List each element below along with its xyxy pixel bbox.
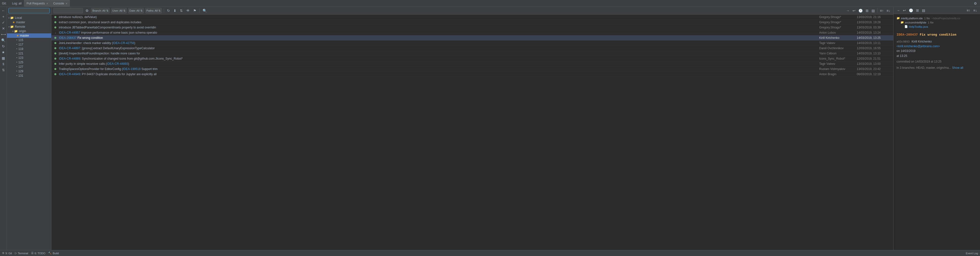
- tab-console[interactable]: Console ✕: [51, 0, 70, 7]
- branch-icon[interactable]: ⇅: [179, 8, 184, 13]
- log-author-10: Rustam Vishnyakov: [817, 67, 857, 71]
- sidebar-item-origin-master[interactable]: ★ master: [7, 34, 51, 38]
- fetch-icon[interactable]: ⬇: [172, 8, 177, 13]
- status-build[interactable]: 🔨 Build: [48, 251, 59, 255]
- status-event-log[interactable]: Event Log: [966, 252, 978, 255]
- detail-clock-icon[interactable]: 🕐: [908, 8, 914, 13]
- star-icon[interactable]: ★: [1, 50, 6, 55]
- sidebar-item-121[interactable]: • 121: [7, 51, 51, 56]
- detail-commit-id-link[interactable]: IDEA-208437: [897, 33, 918, 36]
- delete-icon[interactable]: ✕: [1, 26, 6, 31]
- status-todo[interactable]: ☰ 6: TODO: [31, 251, 45, 255]
- sidebar-item-local[interactable]: ▾ 📁 Local: [7, 16, 51, 20]
- add-icon[interactable]: +: [2, 14, 5, 19]
- undo-icon[interactable]: ↩: [851, 8, 856, 13]
- log-row-2[interactable]: introduce JBTabbedPane#tabComponentInset…: [51, 25, 893, 30]
- commit-link-44889[interactable]: IDEA-CR-44889: [59, 57, 80, 60]
- tag-icon[interactable]: ⚑: [192, 8, 197, 13]
- refresh-icon[interactable]: ↻: [1, 43, 6, 49]
- sidebar-item-origin[interactable]: ▾ 📁 origin: [7, 29, 51, 34]
- detail-network-icon[interactable]: ⊞: [915, 8, 920, 13]
- commit-link-199518[interactable]: IDEA-199518: [123, 67, 140, 71]
- log-message-7: [devkit] InspectionNotFoundInspection: h…: [59, 52, 817, 55]
- check-icon[interactable]: ✓: [1, 20, 6, 25]
- sidebar-tree: ▾ 📁 Local ★ master ▾ 📁 Remote ▾: [7, 14, 51, 250]
- log-search-input[interactable]: [53, 8, 83, 13]
- tab-log-all[interactable]: Log: all: [10, 0, 24, 7]
- detail-branches: In 3 branches: HEAD, master, origin/ma..…: [897, 66, 977, 69]
- detail-file-item[interactable]: 📄 HelpTooltip.java: [897, 24, 977, 29]
- log-row-3[interactable]: ↓ IDEA-CR-44957 improve performance of s…: [51, 30, 893, 35]
- close-console-tab[interactable]: ✕: [65, 2, 67, 5]
- log-row-1[interactable]: extract common json, structural search a…: [51, 20, 893, 25]
- paths-filter[interactable]: Paths: All ⇅: [145, 8, 162, 13]
- commit-link-44957[interactable]: IDEA-CR-44957: [59, 31, 80, 34]
- sidebar-item-115[interactable]: • 115: [7, 38, 51, 42]
- log-row-10[interactable]: TrailingSpacesOptionsProvider for Editor…: [51, 67, 893, 72]
- sidebar-item-remote[interactable]: ▾ 📁 Remote: [7, 24, 51, 29]
- log-row-8[interactable]: IDEA-CR-44889: Synchronization of change…: [51, 56, 893, 61]
- sidebar-item-117[interactable]: • 117: [7, 42, 51, 47]
- status-git[interactable]: ⑨ 9: Git: [2, 251, 12, 255]
- log-row-11[interactable]: IDEA-CR-44949: PY-34437 Duplicate shortc…: [51, 72, 893, 77]
- back-icon[interactable]: ←: [1, 8, 6, 13]
- tab-pull-requests[interactable]: Pull Requests ✕: [24, 0, 51, 7]
- sort-down-icon[interactable]: ⇅: [1, 67, 6, 73]
- log-row-0[interactable]: introduce nullize(s, defValue) Gregory.S…: [51, 14, 893, 20]
- graph-icon[interactable]: ▤: [870, 8, 876, 13]
- eye-icon[interactable]: 👁: [185, 8, 191, 13]
- sidebar-item-125[interactable]: • 125: [7, 60, 51, 64]
- log-date-7: 14/03/2019, 13:10: [857, 52, 891, 55]
- log-row-6[interactable]: IDEA-CR-44897: [groovy] extract DefaultU…: [51, 46, 893, 51]
- detail-arrow-right-icon[interactable]: →: [896, 8, 901, 13]
- log-date-1: 13/03/2019, 19:28: [857, 21, 891, 24]
- commit-link-44893[interactable]: IDEA-CR-44893: [107, 62, 128, 66]
- status-terminal[interactable]: ▷ Terminal: [15, 251, 28, 255]
- detail-graph-icon[interactable]: ▤: [921, 8, 926, 13]
- sort-up-icon[interactable]: ⥮: [1, 61, 6, 67]
- group-icon[interactable]: ▦: [1, 55, 6, 61]
- sidebar: ▾ 📁 Local ★ master ▾ 📁 Remote ▾: [7, 7, 51, 250]
- detail-panel: → ↩ 🕐 ⊞ ▤ ≡↑ ≡↓ 📁 intellij.platform.ide …: [894, 7, 980, 250]
- log-row-7[interactable]: [devkit] InspectionNotFoundInspection: h…: [51, 51, 893, 56]
- commit-link-44949[interactable]: IDEA-CR-44949: [59, 72, 80, 76]
- sidebar-search-input[interactable]: [8, 8, 50, 13]
- log-row-5[interactable]: JoinLinesHandler: check marker validity …: [51, 40, 893, 46]
- todo-icon: ☰: [31, 251, 33, 255]
- refresh-log-icon[interactable]: ↻: [166, 8, 171, 13]
- sort-asc-icon[interactable]: ≡↑: [879, 8, 885, 13]
- sidebar-item-119[interactable]: • 119: [7, 47, 51, 51]
- network-icon[interactable]: ⊞: [865, 8, 870, 13]
- detail-sort-asc-icon[interactable]: ≡↑: [966, 8, 971, 13]
- settings-log-icon[interactable]: ⚙: [84, 8, 90, 13]
- sidebar-item-129[interactable]: • 129: [7, 69, 51, 74]
- sort-desc-icon[interactable]: ≡↓: [886, 8, 891, 13]
- detail-show-all-link[interactable]: Show all: [952, 66, 963, 69]
- close-pull-requests-tab[interactable]: ✕: [46, 2, 48, 5]
- date-filter[interactable]: Date: All ⇅: [128, 8, 144, 13]
- sidebar-item-131[interactable]: • 131: [7, 74, 51, 78]
- branch-filter[interactable]: Branch: All ⇅: [91, 8, 110, 13]
- log-message-5: JoinLinesHandler: check marker validity …: [59, 41, 817, 45]
- sidebar-item-127[interactable]: • 127: [7, 64, 51, 69]
- commit-link-44897[interactable]: IDEA-CR-44897: [59, 46, 80, 50]
- sidebar-item-master-local[interactable]: ★ master: [7, 20, 51, 24]
- search-side-icon[interactable]: 🔍: [0, 38, 6, 43]
- settings-icon[interactable]: ⚙: [973, 1, 978, 6]
- commit-link-42756[interactable]: IDEA-CR-42756: [113, 41, 134, 45]
- arrow-right-icon[interactable]: →: [845, 8, 851, 13]
- log-row-9[interactable]: Infer purity in simple recursive calls (…: [51, 61, 893, 67]
- commit-link-208437[interactable]: IDEA-208437: [59, 36, 76, 40]
- sidebar-item-123[interactable]: • 123: [7, 56, 51, 60]
- status-bar: ⑨ 9: Git ▷ Terminal ☰ 6: TODO 🔨 Build Ev…: [0, 250, 980, 256]
- log-row-4[interactable]: IDEA-208437 Fix wrong condition Kirill K…: [51, 35, 893, 40]
- user-filter[interactable]: User: All ⇅: [111, 8, 127, 13]
- detail-toolbar: → ↩ 🕐 ⊞ ▤ ≡↑ ≡↓: [894, 7, 980, 14]
- search-log-icon[interactable]: 🔍: [202, 8, 208, 13]
- clock-icon[interactable]: 🕐: [858, 8, 864, 13]
- merge-icon[interactable]: ⟷: [0, 32, 7, 37]
- graph-dot-6: [53, 47, 57, 49]
- detail-sort-desc-icon[interactable]: ≡↓: [972, 8, 978, 13]
- detail-file-link[interactable]: HelpTooltip.java: [909, 25, 928, 28]
- detail-undo-icon[interactable]: ↩: [902, 8, 907, 13]
